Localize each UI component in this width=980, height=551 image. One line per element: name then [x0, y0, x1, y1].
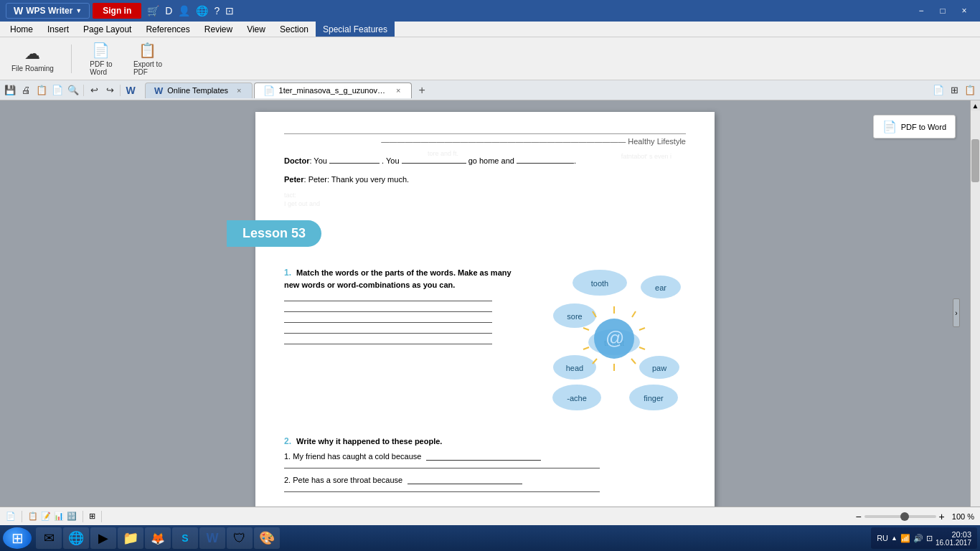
tab-pdf-doc[interactable]: 📄 1ter_minasova_s_g_uzunova_l_m_english_…	[254, 83, 412, 98]
qa-print[interactable]: 🖨	[19, 83, 33, 98]
menu-special-features[interactable]: Special Features	[316, 22, 395, 37]
titlebar: W WPS Writer ▼ Sign in 🛒 D 👤 🌐 ? ⊡ − □ ×	[0, 0, 980, 22]
menu-page-layout[interactable]: Page Layout	[76, 22, 138, 37]
status-doc-icon-3: 📊	[54, 512, 64, 521]
tray-lang[interactable]: RU	[877, 534, 888, 542]
menu-view[interactable]: View	[240, 22, 273, 37]
scroll-up-arrow[interactable]: ▲	[971, 100, 981, 110]
qa-redo[interactable]: ↪	[103, 83, 117, 98]
qa-save[interactable]: 💾	[3, 83, 17, 98]
menu-references[interactable]: References	[138, 22, 197, 37]
ex2-item-1-text: My friend has caught a cold because	[293, 452, 421, 461]
quick-access-bar: 💾 🖨 📋 📄 🔍 ↩ ↪ W W Online Templates × 📄 1…	[0, 80, 980, 100]
toolbar-icon-4[interactable]: 🌐	[196, 5, 208, 17]
toolbar-icon-1[interactable]: 🛒	[147, 5, 159, 17]
taskbar-skype[interactable]: S	[172, 527, 198, 549]
ex2-continuation-1	[284, 468, 600, 468]
scroll-track[interactable]	[971, 110, 980, 515]
pdf-to-word-float-label: PDF to Word	[901, 123, 946, 131]
qa-search[interactable]: 🔍	[66, 83, 80, 98]
close-button[interactable]: ×	[954, 3, 974, 19]
minimize-button[interactable]: −	[911, 3, 931, 19]
qa-wps-icon[interactable]: W	[123, 83, 138, 98]
qa-sep-2	[120, 85, 121, 96]
zoom-plus[interactable]: +	[939, 511, 945, 522]
toolbar-icon-2[interactable]: D	[165, 5, 172, 17]
pdf-to-word-float-button[interactable]: 📄 PDF to Word	[873, 115, 956, 138]
app-menu-button[interactable]: W WPS Writer ▼	[6, 3, 90, 19]
scroll-thumb[interactable]	[971, 139, 979, 182]
qa-undo-history[interactable]: 📋	[34, 83, 49, 98]
answer-line-2	[284, 311, 492, 312]
file-roaming-icon: ☁	[24, 44, 40, 63]
restore-button[interactable]: □	[933, 3, 953, 19]
section-title: ——————————————————————————————— Healthy …	[284, 133, 686, 146]
menu-section[interactable]: Section	[273, 22, 316, 37]
right-panel-collapse[interactable]: ›	[953, 298, 960, 327]
zoom-slider[interactable]	[864, 515, 936, 518]
taskbar-media[interactable]: ▶	[90, 527, 116, 549]
exercise-2-instruction: 2. Write why it happened to these people…	[284, 436, 686, 446]
taskbar-email[interactable]: ✉	[36, 527, 62, 549]
menu-home[interactable]: Home	[3, 22, 40, 37]
qa-undo[interactable]: ↩	[87, 83, 101, 98]
svg-text:tooth: tooth	[591, 279, 608, 288]
toolbar-separator-1	[71, 44, 72, 73]
taskbar-files[interactable]: 📁	[118, 527, 143, 549]
exercise-2: 2. Write why it happened to these people…	[284, 436, 686, 492]
exercise-1-right: tooth ear sore throat he	[528, 267, 686, 425]
tray-date: 16.01.2017	[936, 539, 971, 547]
start-icon: ⊞	[11, 529, 24, 547]
menu-insert[interactable]: Insert	[40, 22, 76, 37]
svg-line-24	[583, 347, 589, 349]
taskbar-wps[interactable]: W	[199, 527, 225, 549]
ex2-item-2-num: 2.	[284, 476, 291, 484]
answer-line-5	[284, 344, 492, 344]
ex2-blank-2	[407, 484, 522, 484]
answer-line-1	[284, 301, 492, 301]
exercise-1-instruction: 1. Match the words or the parts of the w…	[284, 267, 514, 292]
signin-button[interactable]: Sign in	[93, 3, 141, 19]
status-doc-icon-2: 📝	[41, 512, 51, 521]
tab-online-close[interactable]: ×	[235, 86, 242, 95]
qa-sep-1	[83, 85, 84, 96]
svg-text:-ache: -ache	[567, 394, 587, 402]
status-doc-icon-4: 🔡	[67, 512, 77, 521]
svg-text:ear: ear	[655, 283, 666, 292]
qa-doc[interactable]: 📄	[50, 83, 65, 98]
toolbar-icon-6[interactable]: ⊡	[225, 5, 234, 17]
taskbar-shield[interactable]: 🛡	[227, 527, 253, 549]
zoom-thumb[interactable]	[900, 512, 909, 521]
tray-clock[interactable]: 20:03 16.01.2017	[936, 530, 971, 547]
tab-pdf-close[interactable]: ×	[395, 86, 402, 95]
word-cloud: tooth ear sore throat he	[528, 267, 686, 425]
vertical-scrollbar[interactable]: ▲ ▼	[970, 100, 980, 525]
taskbar-firefox[interactable]: 🦊	[145, 527, 171, 549]
toolbar-icon-3[interactable]: 👤	[178, 5, 190, 17]
menu-review[interactable]: Review	[197, 22, 240, 37]
tab-right-icon-3[interactable]: 📋	[963, 83, 977, 98]
status-doc-icon-5: ⊞	[89, 512, 95, 521]
blank-3	[517, 163, 574, 164]
pdf-to-word-toolbar-button[interactable]: 📄 PDF to Word	[83, 39, 119, 79]
start-button[interactable]: ⊞	[3, 527, 32, 549]
svg-line-25	[583, 328, 589, 330]
tray-volume-icon[interactable]: 🔊	[913, 534, 923, 543]
svg-text:paw: paw	[652, 364, 666, 372]
file-roaming-button[interactable]: ☁ File Roaming	[6, 42, 60, 75]
ex2-item-1: 1. My friend has caught a cold because	[284, 452, 686, 461]
pdf-float-icon: 📄	[882, 120, 897, 133]
tab-right-icon-2[interactable]: ⊞	[947, 83, 961, 98]
tab-online-templates[interactable]: W Online Templates ×	[145, 83, 253, 98]
tab-right-icon-1[interactable]: 📄	[931, 83, 946, 98]
toolbar-icon-5[interactable]: ?	[214, 5, 220, 17]
svg-text:sore: sore	[567, 312, 582, 321]
ex1-text: Match the words or the parts of the word…	[284, 268, 512, 290]
taskbar-browser[interactable]: 🌐	[63, 527, 89, 549]
blank-1	[329, 163, 380, 164]
tab-add-button[interactable]: +	[413, 82, 431, 99]
exercise-1-left: 1. Match the words or the parts of the w…	[284, 267, 514, 425]
export-to-pdf-button[interactable]: 📋 Export to PDF	[128, 39, 168, 79]
taskbar-art[interactable]: 🎨	[254, 527, 280, 549]
zoom-minus[interactable]: −	[855, 511, 861, 522]
